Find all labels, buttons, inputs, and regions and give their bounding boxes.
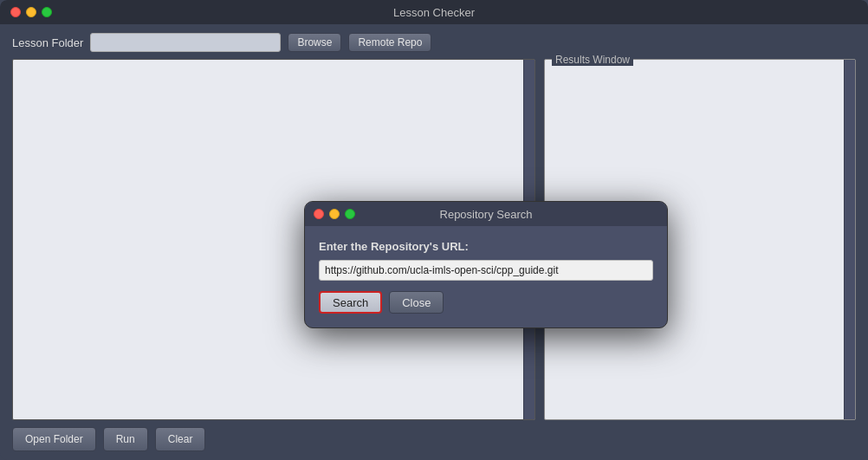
bottom-row: Open Folder Run Clear <box>12 427 856 451</box>
left-scrollbar-thumb[interactable] <box>526 62 534 96</box>
remote-repo-button[interactable]: Remote Repo <box>348 33 431 52</box>
url-input[interactable] <box>319 260 653 281</box>
clear-button[interactable]: Clear <box>155 427 206 451</box>
search-button[interactable]: Search <box>319 291 382 314</box>
minimize-button[interactable] <box>26 7 36 17</box>
results-label: Results Window <box>552 54 633 66</box>
dialog-minimize-btn[interactable] <box>329 209 340 219</box>
title-bar-buttons <box>10 7 52 17</box>
open-folder-button[interactable]: Open Folder <box>12 427 96 451</box>
dialog-titlebar: Repository Search <box>305 202 667 226</box>
dialog-maximize-btn[interactable] <box>345 209 355 219</box>
dialog-buttons: Search Close <box>319 291 653 314</box>
top-row: Lesson Folder Browse Remote Repo <box>12 33 856 52</box>
run-button[interactable]: Run <box>103 427 148 451</box>
lesson-folder-label: Lesson Folder <box>12 36 83 49</box>
dialog-titlebar-buttons <box>314 209 355 219</box>
dialog-title: Repository Search <box>440 208 533 221</box>
title-bar: Lesson Checker <box>0 0 868 24</box>
results-scrollbar-thumb[interactable] <box>846 62 854 96</box>
app-title: Lesson Checker <box>393 6 475 19</box>
close-dialog-button[interactable]: Close <box>389 291 444 314</box>
dialog-prompt-label: Enter the Repository's URL: <box>319 240 653 253</box>
maximize-button[interactable] <box>42 7 52 17</box>
browse-button[interactable]: Browse <box>288 33 341 52</box>
main-window: Lesson Checker Lesson Folder Browse Remo… <box>0 0 868 460</box>
results-scrollbar-track[interactable] <box>845 60 855 419</box>
dialog-close-btn[interactable] <box>314 209 324 219</box>
dialog-body: Enter the Repository's URL: Search Close <box>305 226 667 327</box>
folder-input[interactable] <box>90 33 281 52</box>
repository-search-dialog: Repository Search Enter the Repository's… <box>304 201 668 328</box>
close-button[interactable] <box>10 7 21 17</box>
